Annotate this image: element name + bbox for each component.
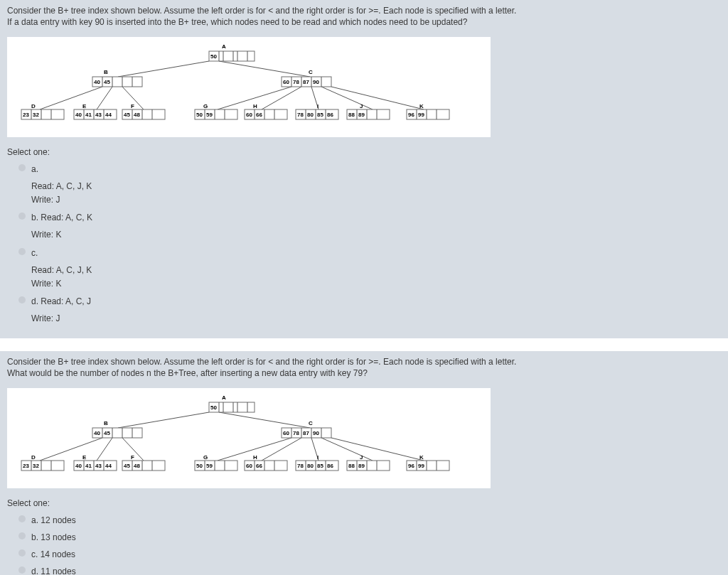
question-1: Consider the B+ tree index shown below. … xyxy=(0,0,728,351)
tree-node-H: H 60 66 xyxy=(245,454,287,471)
svg-line-9 xyxy=(331,87,424,109)
svg-text:99: 99 xyxy=(418,463,424,469)
bplus-tree-diagram-1: A 50 B 40 45 C xyxy=(7,37,491,137)
svg-text:B: B xyxy=(104,420,108,426)
svg-text:87: 87 xyxy=(303,430,309,436)
q1-option-b[interactable]: b. Read: A, C, K xyxy=(18,211,721,224)
q2-option-b[interactable]: b. 13 nodes xyxy=(18,531,721,544)
tree-node-D: D 23 32 xyxy=(21,103,64,119)
tree-node-K: K 96 99 xyxy=(407,103,449,119)
q2-option-d[interactable]: d. 11 nodes xyxy=(18,565,721,575)
svg-text:40: 40 xyxy=(94,430,100,436)
svg-line-3 xyxy=(97,87,112,109)
svg-text:96: 96 xyxy=(408,463,414,469)
q1-intro-2: If a data entry with key 90 is inserted … xyxy=(7,17,721,27)
svg-text:96: 96 xyxy=(408,112,414,118)
tree-node-C: C 60 78 87 90 xyxy=(282,69,331,87)
svg-text:32: 32 xyxy=(33,112,39,118)
q2-intro-1: Consider the B+ tree index shown below. … xyxy=(7,357,721,367)
q1-option-a[interactable]: a. xyxy=(18,163,721,176)
svg-text:F: F xyxy=(131,454,134,461)
svg-text:60: 60 xyxy=(283,79,289,85)
svg-line-2 xyxy=(40,87,102,109)
tree-node-J: J 88 89 xyxy=(347,103,390,119)
svg-text:A: A xyxy=(222,43,226,50)
svg-text:88: 88 xyxy=(348,463,355,469)
svg-text:41: 41 xyxy=(85,463,92,469)
svg-text:D: D xyxy=(31,103,36,109)
select-one-label-2: Select one: xyxy=(7,498,721,508)
svg-text:60: 60 xyxy=(283,430,289,436)
svg-text:78: 78 xyxy=(297,112,304,118)
svg-text:88: 88 xyxy=(348,112,355,118)
svg-line-1 xyxy=(219,61,310,77)
svg-text:87: 87 xyxy=(303,79,309,85)
svg-text:85: 85 xyxy=(317,112,323,118)
q2-option-c[interactable]: c. 14 nodes xyxy=(18,548,721,561)
svg-text:A: A xyxy=(222,394,226,401)
svg-text:32: 32 xyxy=(33,463,39,469)
svg-text:K: K xyxy=(419,103,424,109)
svg-line-98 xyxy=(40,438,102,461)
q1-c-text1: Read: A, C, J, K xyxy=(31,264,721,277)
q2-options: a. 12 nodes b. 13 nodes c. 14 nodes d. 1… xyxy=(18,514,721,575)
svg-text:44: 44 xyxy=(105,463,112,469)
svg-text:44: 44 xyxy=(105,112,112,118)
svg-text:41: 41 xyxy=(85,112,92,118)
svg-text:48: 48 xyxy=(134,112,140,118)
radio-icon[interactable] xyxy=(18,515,26,522)
svg-text:80: 80 xyxy=(307,112,314,118)
svg-text:40: 40 xyxy=(75,112,82,118)
tree-node-D: D 23 32 xyxy=(21,454,64,471)
svg-text:43: 43 xyxy=(95,112,102,118)
svg-text:40: 40 xyxy=(75,463,82,469)
svg-line-8 xyxy=(321,87,373,109)
svg-text:45: 45 xyxy=(124,463,130,469)
q2-option-a[interactable]: a. 12 nodes xyxy=(18,514,721,527)
svg-text:90: 90 xyxy=(313,430,319,436)
svg-text:F: F xyxy=(131,103,134,109)
svg-text:99: 99 xyxy=(418,112,424,118)
svg-text:40: 40 xyxy=(94,79,100,85)
svg-text:43: 43 xyxy=(95,463,102,469)
q1-a-text1: Read: A, C, J, K xyxy=(31,180,721,193)
svg-text:50: 50 xyxy=(210,53,217,60)
q1-option-d[interactable]: d. Read: A, C, J xyxy=(18,295,721,308)
radio-icon[interactable] xyxy=(18,549,26,557)
radio-icon[interactable] xyxy=(18,164,26,171)
svg-text:78: 78 xyxy=(293,79,299,85)
tree-node-B: B 40 45 xyxy=(92,69,142,87)
svg-text:D: D xyxy=(31,454,36,461)
svg-text:89: 89 xyxy=(358,112,365,118)
q1-intro-1: Consider the B+ tree index shown below. … xyxy=(7,6,721,16)
radio-icon[interactable] xyxy=(18,248,26,255)
radio-icon[interactable] xyxy=(18,566,26,574)
tree-node-A: A 50 xyxy=(209,43,255,61)
tree-node-H: H 60 66 xyxy=(245,103,287,119)
svg-text:50: 50 xyxy=(196,463,203,469)
svg-text:K: K xyxy=(419,454,424,461)
svg-text:C: C xyxy=(309,69,313,75)
svg-line-97 xyxy=(219,412,310,428)
question-2: Consider the B+ tree index shown below. … xyxy=(0,351,728,575)
select-one-label-1: Select one: xyxy=(7,147,721,157)
radio-icon[interactable] xyxy=(18,213,26,220)
svg-text:45: 45 xyxy=(104,430,110,436)
svg-text:90: 90 xyxy=(313,79,319,85)
svg-text:45: 45 xyxy=(124,112,130,118)
svg-text:G: G xyxy=(203,454,208,461)
q1-option-c[interactable]: c. xyxy=(18,247,721,259)
radio-icon[interactable] xyxy=(18,532,26,539)
svg-line-104 xyxy=(321,438,373,461)
svg-text:85: 85 xyxy=(317,463,323,469)
svg-text:J: J xyxy=(360,454,363,461)
svg-text:I: I xyxy=(317,454,318,461)
svg-text:H: H xyxy=(253,103,257,109)
svg-text:50: 50 xyxy=(210,404,217,411)
tree-node-I: I 78 80 85 86 xyxy=(296,103,338,119)
radio-icon[interactable] xyxy=(18,296,26,303)
tree-node-K: K 96 99 xyxy=(407,454,449,471)
svg-text:G: G xyxy=(203,103,208,109)
q2-intro-2: What would be the number of nodes n the … xyxy=(7,368,721,378)
svg-line-105 xyxy=(331,438,424,461)
